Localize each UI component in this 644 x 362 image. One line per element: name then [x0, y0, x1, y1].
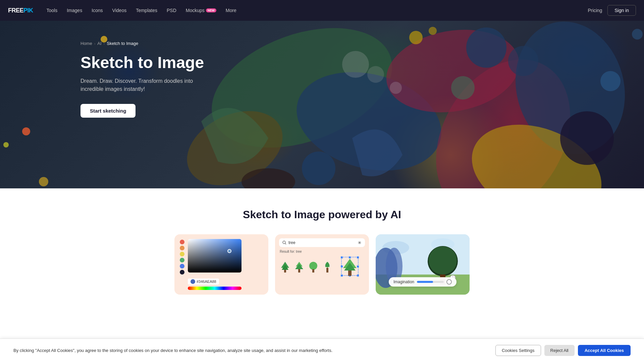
feature-card-color: #346AEA88	[174, 234, 268, 295]
start-sketching-button[interactable]: Start sketching	[80, 104, 136, 118]
svg-point-57	[429, 246, 457, 275]
nav-videos[interactable]: Videos	[108, 6, 131, 15]
tree-icon-4[interactable]	[321, 261, 333, 273]
svg-rect-45	[341, 265, 343, 267]
nav-tools[interactable]: Tools	[43, 6, 62, 15]
tree-icon-3[interactable]	[307, 261, 319, 273]
color-dot-red[interactable]	[180, 240, 184, 244]
color-picker-gradient[interactable]	[188, 239, 241, 273]
feature-card-imagination: Imagination	[376, 234, 470, 295]
hero-subtitle: Dream. Draw. Discover. Transform doodles…	[80, 77, 215, 93]
svg-rect-31	[284, 270, 286, 273]
svg-rect-36	[312, 269, 314, 273]
breadcrumb-ai[interactable]: AI	[97, 41, 101, 46]
nav-mockups[interactable]: Mockups NEW	[182, 6, 220, 15]
color-spectrum-bar[interactable]	[188, 287, 241, 290]
tree-selected[interactable]	[338, 255, 362, 279]
breadcrumb: Home › AI › Sketch to Image	[80, 41, 564, 46]
svg-point-35	[309, 262, 317, 270]
pricing-link[interactable]: Pricing	[588, 8, 602, 13]
search-icon	[282, 241, 286, 245]
cursor-indicator	[446, 279, 452, 285]
color-picker-handle[interactable]	[227, 249, 231, 253]
imagination-progress-bar	[417, 281, 444, 283]
svg-rect-39	[341, 256, 343, 258]
search-bar[interactable]: tree	[279, 238, 365, 247]
svg-rect-49	[348, 270, 352, 276]
breadcrumb-current: Sketch to Image	[107, 41, 138, 46]
svg-rect-40	[357, 256, 359, 258]
nav-psd[interactable]: PSD	[163, 6, 180, 15]
svg-rect-43	[349, 256, 351, 258]
breadcrumb-sep2: ›	[104, 42, 105, 46]
tree-icons-row	[279, 255, 365, 279]
nav-icons[interactable]: Icons	[88, 6, 107, 15]
svg-rect-34	[298, 269, 300, 273]
color-dot-yellow[interactable]	[180, 252, 184, 256]
tree-icon-1[interactable]	[279, 261, 291, 273]
section-title: Sketch to Image powered by AI	[0, 208, 644, 221]
svg-point-14	[39, 177, 48, 186]
color-dot-blue[interactable]	[180, 264, 184, 268]
svg-line-25	[285, 243, 286, 244]
feature-cards: #346AEA88 tree Res	[0, 234, 644, 295]
svg-point-24	[283, 241, 285, 244]
hero-section: Home › AI › Sketch to Image Sketch to Im…	[0, 21, 644, 188]
imagination-fill	[417, 281, 433, 283]
main-content: Sketch to Image powered by AI #346AEA88	[0, 188, 644, 308]
navbar-right: Pricing Sign in	[588, 5, 636, 16]
hex-circle	[191, 279, 195, 284]
search-results-label: Result for: tree	[279, 250, 365, 253]
svg-rect-37	[326, 268, 328, 273]
color-dots	[180, 240, 184, 275]
svg-rect-41	[341, 275, 343, 277]
imagination-label: Imagination	[393, 280, 414, 284]
new-badge: NEW	[206, 8, 216, 12]
hero-content: Home › AI › Sketch to Image Sketch to Im…	[0, 21, 644, 138]
nav-more[interactable]: More	[222, 6, 240, 15]
color-dot-dark[interactable]	[180, 270, 184, 275]
tree-icon-2[interactable]	[293, 261, 305, 273]
nav-images[interactable]: Images	[63, 6, 86, 15]
feature-card-search: tree Result for: tree	[275, 234, 369, 295]
svg-point-22	[302, 152, 335, 185]
svg-rect-46	[357, 265, 359, 267]
search-clear-icon[interactable]	[358, 241, 362, 245]
breadcrumb-sep1: ›	[94, 42, 96, 46]
signin-button[interactable]: Sign in	[607, 5, 636, 16]
imagination-bar: Imagination	[389, 277, 457, 287]
logo[interactable]: FREEPIK	[8, 7, 33, 14]
svg-point-15	[3, 142, 9, 147]
hero-title: Sketch to Image	[80, 54, 564, 72]
svg-rect-42	[357, 275, 359, 277]
nav-templates[interactable]: Templates	[132, 6, 161, 15]
card2-content: tree Result for: tree	[275, 234, 369, 283]
breadcrumb-home[interactable]: Home	[80, 41, 92, 46]
search-query: tree	[288, 240, 296, 245]
color-hex-value: #346AEA88	[188, 279, 219, 285]
nav-links: Tools Images Icons Videos Templates PSD …	[43, 6, 585, 15]
navbar: FREEPIK Tools Images Icons Videos Templa…	[0, 0, 644, 21]
color-dot-orange[interactable]	[180, 246, 184, 250]
color-dot-green[interactable]	[180, 258, 184, 262]
